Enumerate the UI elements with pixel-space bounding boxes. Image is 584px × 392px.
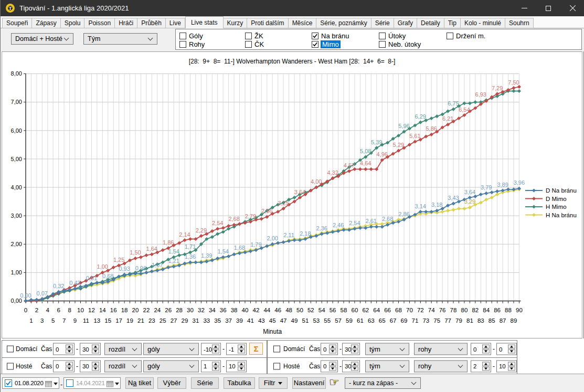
spin-down-button[interactable] [329,349,336,354]
spin-down-button[interactable] [238,349,245,354]
tab-kolo-minul-[interactable]: Kolo - minulé [461,18,505,28]
tab-poisson[interactable]: Poisson [84,18,115,28]
sigma-button[interactable]: Σ [249,343,263,355]
stat-combo[interactable]: góly [143,360,199,372]
time-from-field[interactable]: 0 [321,360,338,372]
checkbox[interactable] [379,33,386,39]
spin-down-button[interactable] [212,366,219,370]
stat-combo[interactable]: góly [143,343,199,355]
spin-up-button[interactable] [238,345,245,349]
maximize-button[interactable] [536,0,560,16]
mode-combo[interactable]: tým [365,343,409,355]
stat-checkbox--toky[interactable]: Útoky [379,31,406,40]
spin-down-button[interactable] [329,366,336,370]
spin-up-button[interactable] [329,345,336,349]
mode-combo[interactable]: rozdíl [104,360,142,372]
tab-pr-b-h[interactable]: Průběh [137,18,166,28]
tab-spolu[interactable]: Spolu [61,18,85,28]
stat-checkbox--k[interactable]: ČK [245,40,264,48]
tab-s-rie-pozn-mky[interactable]: Série, poznámky [316,18,371,28]
spin-down-button[interactable] [238,366,245,370]
stat-checkbox-rohy[interactable]: Rohy [179,40,205,48]
spin-down-button[interactable] [482,366,490,370]
checkbox[interactable] [245,33,252,39]
time-to-field[interactable]: 30 [80,343,101,355]
odds-combo[interactable]: - kurz na zápas - [345,377,421,389]
spin-down-button[interactable] [66,349,73,354]
spin-down-button[interactable] [482,349,490,354]
stat-checkbox-na-br-nu[interactable]: Na bránu [312,31,349,40]
nastaven--button[interactable]: Nastavení [292,377,326,389]
tab-souhrn[interactable]: Souhrn [505,18,534,28]
mode-combo[interactable]: rozdíl [104,343,142,355]
spin-up-button[interactable] [351,362,358,366]
spin-down-button[interactable] [351,349,358,354]
stat-checkbox-mimo[interactable]: Mimo [312,40,341,48]
spin-up-button[interactable] [329,362,336,366]
spin-up-button[interactable] [238,362,245,366]
value-min-field[interactable]: 1 [201,360,221,372]
spin-down-button[interactable] [508,349,515,354]
spin-up-button[interactable] [482,345,490,349]
checkbox[interactable] [179,41,186,48]
tab-s-rie[interactable]: Série [371,18,394,28]
date-from-checkbox[interactable] [5,379,12,387]
time-to-field[interactable]: 30 [342,360,360,372]
date-to-picker[interactable]: 14.04.2021 [63,377,121,389]
tab-m-s-ce[interactable]: Měsíce [289,18,317,28]
stat-combo[interactable]: rohy [414,360,468,372]
filter-checkbox-domácí[interactable] [7,346,14,353]
tab-soupe-i[interactable]: Soupeři [2,18,32,28]
date-from-picker[interactable]: 01.08.2020 [2,377,59,389]
tab-z-pasy[interactable]: Zápasy [32,18,60,28]
spin-up-button[interactable] [351,345,358,349]
time-to-field[interactable]: 30 [342,343,360,355]
spin-down-button[interactable] [92,349,99,354]
spin-down-button[interactable] [508,366,515,370]
spin-down-button[interactable] [351,366,358,370]
time-from-field[interactable]: 0 [53,360,75,372]
tab-hr-i[interactable]: Hráči [115,18,137,28]
tab-detaily[interactable]: Detaily [417,18,444,28]
spin-up-button[interactable] [508,345,515,349]
value-max-field[interactable]: 0 [496,343,517,355]
checkbox-checked[interactable] [312,33,318,39]
stat-checkbox-neb-toky[interactable]: Neb. útoky [379,40,421,48]
value-min-field[interactable]: -10 [201,343,221,355]
tab-tip[interactable]: Tip [444,18,461,28]
s-rie-button[interactable]: Série [191,377,219,389]
spin-up-button[interactable] [92,362,99,366]
tab-kurzy[interactable]: Kurzy [224,18,248,28]
stat-checkbox-dr-en-m-[interactable]: Držení m. [447,31,485,40]
tab-proti-dal-m[interactable]: Proti dalším [247,18,288,28]
v-b-r-button[interactable]: Výběr [157,377,186,389]
spin-up-button[interactable] [66,345,73,349]
time-from-field[interactable]: 0 [321,343,338,355]
checkbox[interactable] [379,41,386,48]
value-max-field[interactable]: -1 [226,343,247,355]
time-to-field[interactable]: 30 [80,360,101,372]
spin-up-button[interactable] [212,345,219,349]
close-button[interactable] [560,0,584,16]
checkbox[interactable] [179,33,186,39]
filter-checkbox-domácí[interactable] [273,346,280,353]
value-max-field[interactable]: 10 [496,360,517,372]
checkbox-checked[interactable] [312,41,318,48]
filter-checkbox-hosté[interactable] [7,363,14,369]
filter-checkbox-hosté[interactable] [273,363,280,369]
na-tiket-button[interactable]: Na tiket [125,377,154,389]
tab-live[interactable]: Live [166,18,185,28]
stat-combo[interactable]: rohy [414,343,468,355]
value-min-field[interactable]: 0 [471,343,491,355]
spin-up-button[interactable] [482,362,490,366]
spin-down-button[interactable] [66,366,73,370]
time-from-field[interactable]: 0 [53,343,75,355]
value-max-field[interactable]: 10 [226,360,247,372]
spin-up-button[interactable] [92,345,99,349]
tabulka-button[interactable]: Tabulka [224,377,255,389]
mode-combo[interactable]: tým [365,360,409,372]
tab-live-stats[interactable]: Live stats [185,16,224,28]
filtr-button[interactable]: Filtr [259,377,288,389]
type-select-combo[interactable]: Tým [83,33,157,45]
side-select-combo[interactable]: Domácí + Hosté [11,33,73,45]
